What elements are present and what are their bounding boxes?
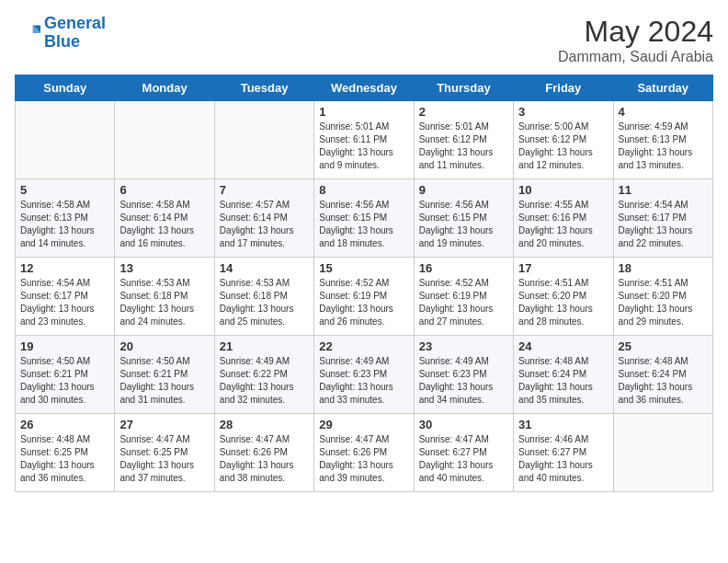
day-info: Sunrise: 4:58 AMSunset: 6:13 PMDaylight:… <box>20 199 109 250</box>
day-info: Sunrise: 4:59 AMSunset: 6:13 PMDaylight:… <box>619 121 708 172</box>
day-number: 12 <box>20 261 109 275</box>
day-number: 17 <box>518 261 608 275</box>
calendar-cell: 16Sunrise: 4:52 AMSunset: 6:19 PMDayligh… <box>414 258 513 336</box>
calendar-table: SundayMondayTuesdayWednesdayThursdayFrid… <box>15 75 713 492</box>
day-number: 16 <box>419 261 508 275</box>
day-info: Sunrise: 5:01 AMSunset: 6:11 PMDaylight:… <box>319 121 408 172</box>
day-info: Sunrise: 4:54 AMSunset: 6:17 PMDaylight:… <box>619 199 708 250</box>
day-number: 26 <box>20 418 109 431</box>
weekday-header: Wednesday <box>314 75 414 101</box>
calendar-cell: 23Sunrise: 4:49 AMSunset: 6:23 PMDayligh… <box>414 336 513 414</box>
weekday-header: Tuesday <box>214 75 313 101</box>
calendar-cell: 17Sunrise: 4:51 AMSunset: 6:20 PMDayligh… <box>514 258 613 336</box>
day-info: Sunrise: 5:00 AMSunset: 6:12 PMDaylight:… <box>518 121 608 172</box>
day-info: Sunrise: 4:54 AMSunset: 6:17 PMDaylight:… <box>20 277 109 328</box>
calendar-cell: 28Sunrise: 4:47 AMSunset: 6:26 PMDayligh… <box>214 414 313 492</box>
calendar-week-row: 19Sunrise: 4:50 AMSunset: 6:21 PMDayligh… <box>16 336 713 414</box>
day-info: Sunrise: 4:50 AMSunset: 6:21 PMDaylight:… <box>119 355 209 407</box>
day-number: 23 <box>419 339 508 353</box>
day-info: Sunrise: 4:47 AMSunset: 6:26 PMDaylight:… <box>319 433 408 485</box>
calendar-cell: 11Sunrise: 4:54 AMSunset: 6:17 PMDayligh… <box>613 179 712 258</box>
day-info: Sunrise: 4:48 AMSunset: 6:24 PMDaylight:… <box>518 355 608 407</box>
calendar-cell: 5Sunrise: 4:58 AMSunset: 6:13 PMDaylight… <box>16 179 115 258</box>
calendar-cell: 31Sunrise: 4:46 AMSunset: 6:27 PMDayligh… <box>514 414 613 492</box>
calendar-cell: 6Sunrise: 4:58 AMSunset: 6:14 PMDaylight… <box>115 179 214 258</box>
day-info: Sunrise: 4:46 AMSunset: 6:27 PMDaylight:… <box>518 433 608 485</box>
calendar-cell: 10Sunrise: 4:55 AMSunset: 6:16 PMDayligh… <box>514 179 613 258</box>
calendar-cell <box>115 101 214 179</box>
calendar-cell <box>16 101 115 179</box>
day-number: 19 <box>20 339 109 353</box>
day-info: Sunrise: 5:01 AMSunset: 6:12 PMDaylight:… <box>419 121 508 172</box>
day-info: Sunrise: 4:56 AMSunset: 6:15 PMDaylight:… <box>419 199 508 250</box>
day-number: 25 <box>619 339 708 353</box>
day-info: Sunrise: 4:47 AMSunset: 6:25 PMDaylight:… <box>119 433 209 485</box>
calendar-cell: 7Sunrise: 4:57 AMSunset: 6:14 PMDaylight… <box>214 179 313 258</box>
day-number: 4 <box>619 105 708 119</box>
calendar-cell: 14Sunrise: 4:53 AMSunset: 6:18 PMDayligh… <box>214 258 313 336</box>
weekday-header-row: SundayMondayTuesdayWednesdayThursdayFrid… <box>16 75 713 101</box>
day-info: Sunrise: 4:47 AMSunset: 6:26 PMDaylight:… <box>220 433 309 485</box>
weekday-header: Thursday <box>414 75 513 101</box>
calendar-cell <box>613 414 712 492</box>
calendar-week-row: 26Sunrise: 4:48 AMSunset: 6:25 PMDayligh… <box>16 414 713 492</box>
day-info: Sunrise: 4:47 AMSunset: 6:27 PMDaylight:… <box>419 433 508 485</box>
calendar-cell: 15Sunrise: 4:52 AMSunset: 6:19 PMDayligh… <box>314 258 414 336</box>
calendar-cell: 30Sunrise: 4:47 AMSunset: 6:27 PMDayligh… <box>414 414 513 492</box>
day-number: 11 <box>619 183 708 197</box>
calendar-cell: 22Sunrise: 4:49 AMSunset: 6:23 PMDayligh… <box>314 336 414 414</box>
day-number: 5 <box>20 183 109 197</box>
day-number: 10 <box>518 183 608 197</box>
calendar-cell: 9Sunrise: 4:56 AMSunset: 6:15 PMDaylight… <box>414 179 513 258</box>
calendar-cell: 3Sunrise: 5:00 AMSunset: 6:12 PMDaylight… <box>514 101 613 179</box>
calendar-cell: 24Sunrise: 4:48 AMSunset: 6:24 PMDayligh… <box>514 336 613 414</box>
calendar-cell: 1Sunrise: 5:01 AMSunset: 6:11 PMDaylight… <box>314 101 414 179</box>
day-number: 13 <box>119 261 209 275</box>
calendar-cell: 27Sunrise: 4:47 AMSunset: 6:25 PMDayligh… <box>115 414 214 492</box>
day-number: 30 <box>419 418 508 431</box>
day-info: Sunrise: 4:51 AMSunset: 6:20 PMDaylight:… <box>518 277 608 328</box>
calendar-cell: 4Sunrise: 4:59 AMSunset: 6:13 PMDaylight… <box>613 101 712 179</box>
weekday-header: Saturday <box>613 75 712 101</box>
day-number: 9 <box>419 183 508 197</box>
calendar-week-row: 12Sunrise: 4:54 AMSunset: 6:17 PMDayligh… <box>16 258 713 336</box>
calendar-week-row: 5Sunrise: 4:58 AMSunset: 6:13 PMDaylight… <box>16 179 713 258</box>
day-number: 22 <box>319 339 408 353</box>
day-number: 3 <box>518 105 608 119</box>
weekday-header: Monday <box>115 75 214 101</box>
day-number: 18 <box>619 261 708 275</box>
logo-general: General <box>44 14 106 32</box>
day-info: Sunrise: 4:51 AMSunset: 6:20 PMDaylight:… <box>619 277 708 328</box>
weekday-header: Sunday <box>16 75 115 101</box>
day-number: 14 <box>220 261 309 275</box>
day-number: 2 <box>419 105 508 119</box>
day-info: Sunrise: 4:50 AMSunset: 6:21 PMDaylight:… <box>20 355 109 407</box>
weekday-header: Friday <box>514 75 613 101</box>
day-number: 24 <box>518 339 608 353</box>
day-number: 31 <box>518 418 608 431</box>
day-info: Sunrise: 4:48 AMSunset: 6:25 PMDaylight:… <box>20 433 109 485</box>
day-number: 6 <box>119 183 209 197</box>
logo-text: General Blue <box>44 15 106 52</box>
day-info: Sunrise: 4:49 AMSunset: 6:23 PMDaylight:… <box>319 355 408 407</box>
day-info: Sunrise: 4:58 AMSunset: 6:14 PMDaylight:… <box>119 199 209 250</box>
logo-icon <box>15 20 40 46</box>
day-number: 8 <box>319 183 408 197</box>
day-info: Sunrise: 4:48 AMSunset: 6:24 PMDaylight:… <box>619 355 708 407</box>
day-info: Sunrise: 4:53 AMSunset: 6:18 PMDaylight:… <box>119 277 209 328</box>
day-info: Sunrise: 4:53 AMSunset: 6:18 PMDaylight:… <box>220 277 309 328</box>
logo: General Blue <box>15 15 106 52</box>
day-number: 7 <box>220 183 309 197</box>
calendar-cell: 2Sunrise: 5:01 AMSunset: 6:12 PMDaylight… <box>414 101 513 179</box>
calendar-cell: 13Sunrise: 4:53 AMSunset: 6:18 PMDayligh… <box>115 258 214 336</box>
calendar-cell: 21Sunrise: 4:49 AMSunset: 6:22 PMDayligh… <box>214 336 313 414</box>
calendar-cell: 12Sunrise: 4:54 AMSunset: 6:17 PMDayligh… <box>16 258 115 336</box>
calendar-title: May 2024 <box>558 15 713 49</box>
day-number: 20 <box>119 339 209 353</box>
day-number: 21 <box>220 339 309 353</box>
day-number: 1 <box>319 105 408 119</box>
day-number: 15 <box>319 261 408 275</box>
day-info: Sunrise: 4:49 AMSunset: 6:22 PMDaylight:… <box>220 355 309 407</box>
page-header: General Blue May 2024 Dammam, Saudi Arab… <box>15 15 713 65</box>
day-info: Sunrise: 4:52 AMSunset: 6:19 PMDaylight:… <box>419 277 508 328</box>
